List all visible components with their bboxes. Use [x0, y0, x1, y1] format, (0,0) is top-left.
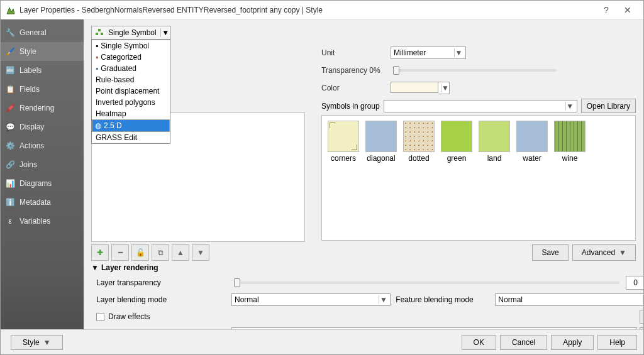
sidebar-item-label: Actions — [19, 141, 44, 150]
renderer-option-grass-edit[interactable]: GRASS Edit — [92, 132, 170, 143]
label-icon: 🔤 — [4, 65, 16, 76]
bottom-bar: Style▼ OK Cancel Apply Help — [1, 329, 643, 354]
chevron-down-icon: ▼ — [379, 295, 387, 304]
advanced-button[interactable]: Advanced▼ — [572, 244, 636, 261]
sidebar-item-label: Display — [19, 123, 44, 131]
symbol-item-corners[interactable]: corners — [327, 121, 360, 163]
color-button[interactable]: ▼ — [391, 82, 450, 94]
renderer-option-25d[interactable]: ◍2.5 D — [92, 119, 170, 132]
renderer-option-rule-based[interactable]: Rule-based — [92, 74, 170, 85]
renderer-select[interactable]: Single Symbol ▼ ▪Single Symbol ▪Categori… — [91, 26, 171, 40]
renderer-select-label: Single Symbol — [107, 28, 160, 37]
swatch — [441, 121, 472, 152]
symbol-item-water[interactable]: water — [516, 121, 548, 163]
app-icon — [6, 5, 16, 15]
renderer-option-graduated[interactable]: ▪Graduated — [92, 63, 170, 74]
swatch — [328, 121, 359, 152]
sidebar-item-label: Joins — [19, 160, 37, 169]
layer-transparency-slider[interactable] — [234, 281, 619, 284]
symbol-item-dotted[interactable]: dotted — [402, 121, 435, 163]
symbol-item-land[interactable]: land — [478, 121, 511, 163]
symbol-item-diagonal[interactable]: diagonal — [365, 121, 397, 163]
sidebar-item-label: Style — [19, 47, 36, 56]
symbol-gallery: corners diagonal dotted green land water… — [321, 115, 636, 241]
sidebar-item-general[interactable]: 🔧General — [1, 23, 84, 42]
draw-effects-checkbox[interactable] — [96, 313, 104, 321]
categorized-icon: ▪ — [96, 53, 98, 62]
apply-button[interactable]: Apply — [551, 335, 594, 350]
unit-select[interactable]: Millimeter▼ — [391, 46, 466, 59]
chevron-down-icon: ▼ — [441, 84, 449, 92]
slider-thumb[interactable] — [234, 278, 240, 287]
layer-transparency-spin[interactable]: 0▲▼ — [626, 276, 644, 290]
symbols-group-select[interactable]: ▼ — [384, 100, 577, 112]
triangle-up-icon: ▲ — [177, 248, 184, 257]
style-menu-button[interactable]: Style▼ — [11, 335, 63, 350]
sidebar-item-label: Fields — [19, 85, 40, 94]
main-panel: Single Symbol ▼ ▪Single Symbol ▪Categori… — [84, 19, 643, 329]
section-heading[interactable]: ▼Layer rendering — [91, 263, 636, 272]
renderer-dropdown: ▪Single Symbol ▪Categorized ▪Graduated R… — [91, 40, 170, 144]
symbol-item-green[interactable]: green — [440, 121, 473, 163]
swatch — [403, 121, 435, 152]
title-bar: Layer Properties - SedberghNormalsRevers… — [1, 1, 643, 19]
help-button[interactable]: ? — [596, 1, 617, 19]
sidebar-item-diagrams[interactable]: 📊Diagrams — [1, 174, 84, 193]
close-button[interactable]: ✕ — [617, 1, 638, 19]
duplicate-symbol-layer-button[interactable]: ⧉ — [152, 244, 169, 261]
move-up-button[interactable]: ▲ — [172, 244, 189, 261]
feature-blending-select[interactable]: Normal▼ — [495, 293, 644, 306]
symbols-in-group-label: Symbols in group — [321, 102, 380, 111]
transparency-label: Transparency 0% — [321, 66, 391, 75]
sidebar: 🔧General 🖌️Style 🔤Labels 📋Fields 🖍️Rende… — [1, 19, 84, 329]
add-symbol-layer-button[interactable]: ✚ — [91, 244, 109, 261]
save-symbol-button[interactable]: Save — [532, 244, 568, 261]
sidebar-item-labels[interactable]: 🔤Labels — [1, 61, 84, 80]
symbol-item-wine[interactable]: wine — [553, 121, 586, 163]
chevron-down-icon: ▼ — [43, 338, 51, 347]
renderer-option-single-symbol[interactable]: ▪Single Symbol — [92, 40, 170, 52]
help-button[interactable]: Help — [597, 335, 637, 350]
draw-effects-config-button[interactable]: ✦ — [640, 310, 644, 324]
draw-effects-label: Draw effects — [108, 312, 150, 321]
plus-icon: ✚ — [97, 248, 103, 257]
renderer-option-categorized[interactable]: ▪Categorized — [92, 52, 170, 63]
sidebar-item-label: Diagrams — [19, 179, 52, 188]
lock-icon: 🔓 — [136, 248, 145, 257]
feature-blending-label: Feature blending mode — [396, 295, 490, 304]
sidebar-item-metadata[interactable]: ℹ️Metadata — [1, 193, 84, 212]
swatch — [365, 121, 397, 152]
color-swatch — [391, 82, 438, 93]
sidebar-item-actions[interactable]: ⚙️Actions — [1, 136, 84, 155]
swatch — [516, 121, 548, 152]
remove-symbol-layer-button[interactable]: ━ — [111, 244, 129, 261]
copy-icon: ⧉ — [158, 248, 164, 257]
ok-button[interactable]: OK — [462, 335, 496, 350]
lock-symbol-layer-button[interactable]: 🔓 — [131, 244, 149, 261]
symbol-toolbar: ✚ ━ 🔓 ⧉ ▲ ▼ — [91, 244, 209, 261]
slider-thumb[interactable] — [393, 66, 399, 75]
sidebar-item-rendering[interactable]: 🖍️Rendering — [1, 99, 84, 117]
cancel-button[interactable]: Cancel — [500, 335, 547, 350]
sidebar-item-label: General — [19, 28, 47, 37]
sidebar-item-display[interactable]: 💬Display — [1, 117, 84, 136]
sidebar-item-label: Variables — [19, 217, 50, 226]
info-icon: ℹ️ — [4, 197, 16, 208]
sidebar-item-fields[interactable]: 📋Fields — [1, 80, 84, 99]
svg-rect-1 — [96, 33, 98, 35]
sidebar-item-style[interactable]: 🖌️Style — [1, 42, 84, 61]
single-symbol-icon — [94, 28, 104, 38]
open-library-button[interactable]: Open Library — [581, 99, 636, 113]
balloon-icon: 💬 — [4, 121, 16, 133]
renderer-option-inverted-polygons[interactable]: Inverted polygons — [92, 97, 170, 108]
chevron-down-icon: ▼ — [619, 248, 626, 257]
move-down-button[interactable]: ▼ — [192, 244, 209, 261]
minus-icon: ━ — [118, 248, 123, 257]
renderer-option-point-displacement[interactable]: Point displacement — [92, 85, 170, 97]
transparency-slider[interactable] — [393, 69, 557, 72]
renderer-option-heatmap[interactable]: Heatmap — [92, 108, 170, 119]
sidebar-item-joins[interactable]: 🔗Joins — [1, 155, 84, 174]
sidebar-item-variables[interactable]: εVariables — [1, 212, 84, 231]
layer-blending-select[interactable]: Normal▼ — [231, 293, 391, 306]
single-symbol-icon: ▪ — [96, 41, 98, 50]
